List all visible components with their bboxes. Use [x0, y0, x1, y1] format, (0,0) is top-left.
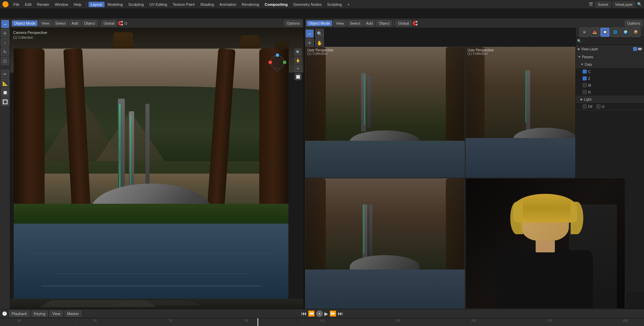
prop-search-icon: 🔍 [577, 39, 581, 43]
right-object-mode[interactable]: Object Mode [306, 20, 332, 26]
light-header[interactable]: ▶ Light [576, 96, 644, 103]
tool-move[interactable]: ↕ [1, 38, 9, 47]
passes-header[interactable]: ▼ Passes [576, 53, 644, 61]
menu-animation[interactable]: Animation [217, 2, 239, 7]
view-menu-timeline[interactable]: View [50, 311, 63, 317]
gizmo-zoom[interactable]: 🔍 [295, 49, 301, 55]
prop-world-icon[interactable]: 🌍 [621, 27, 630, 37]
jump-to-end-btn[interactable]: ⏭ [338, 311, 343, 317]
navigation-gizmo[interactable] [267, 52, 288, 73]
gizmo-frame[interactable]: ⬜ [295, 73, 301, 80]
tool-rotate[interactable]: ↻ [1, 48, 9, 56]
right-add-menu[interactable]: Add [364, 20, 375, 26]
view-layer-selector[interactable]: ViewLayer [613, 1, 635, 8]
menu-file[interactable]: File [11, 2, 22, 7]
channel-c-checkbox[interactable] [583, 70, 587, 74]
menu-edit[interactable]: Edit [23, 2, 34, 7]
menu-window[interactable]: Window [52, 2, 71, 7]
menu-uv-editing[interactable]: UV Editing [147, 2, 169, 7]
proportional-edit[interactable]: ⊙ [124, 21, 128, 26]
sub-viewport-br[interactable] [465, 178, 625, 309]
menu-shading[interactable]: Shading [198, 2, 216, 7]
channel-dif-label: Dif [588, 105, 592, 109]
menu-texture-paint[interactable]: Texture Paint [170, 2, 197, 7]
right-view-menu[interactable]: View [333, 20, 346, 26]
channel-m-checkbox[interactable] [583, 83, 587, 87]
timeline-playhead[interactable] [258, 318, 258, 326]
sub-viewport-tl[interactable]: User Perspective (1) Collection [305, 47, 465, 178]
prop-object-icon[interactable]: 📦 [631, 27, 641, 37]
tool-misc1[interactable]: 🔲 [1, 88, 9, 97]
tool-annotate[interactable]: ✏ [1, 70, 9, 78]
select-menu[interactable]: Select [53, 20, 68, 26]
tool-misc2[interactable]: 🔳 [1, 98, 9, 106]
scene-selector[interactable]: Scene [595, 1, 611, 8]
timeline-ruler: 30 50 70 90 110 130 150 170 190 [0, 318, 644, 326]
object-menu[interactable]: Object [82, 20, 97, 26]
channel-dif-checkbox[interactable] [583, 104, 587, 109]
view-layer-header[interactable]: ▶ View Layer [576, 45, 644, 53]
add-menu[interactable]: Add [69, 20, 81, 26]
menu-compositing[interactable]: Compositing [262, 2, 290, 7]
snap-icon[interactable]: 🧲 [118, 21, 123, 26]
prop-render-icon[interactable]: 🖥 [580, 27, 589, 37]
right-tool-zoom[interactable]: 🔍 [315, 29, 324, 38]
toolbar-sep-1 [99, 21, 99, 26]
left-viewport-area[interactable]: Camera Perspective (1) Collection 🔍 ✋ ↻ … [10, 28, 303, 309]
webcam-feed [466, 178, 625, 309]
data-header[interactable]: ▼ Data [576, 61, 644, 68]
menu-plus[interactable]: + [345, 2, 352, 7]
tool-measure[interactable]: 📐 [1, 79, 9, 87]
search-icon[interactable]: 🔍 [637, 2, 642, 7]
jump-to-start-btn[interactable]: ⏮ [301, 311, 307, 317]
step-forward-btn[interactable]: ⏩ [330, 310, 336, 317]
right-tool-select[interactable]: ↔ [306, 29, 314, 38]
menu-geometry-nodes[interactable]: Geometry Nodes [291, 2, 324, 7]
right-transform-orient[interactable]: Global [396, 20, 412, 26]
timeline-track[interactable]: 30 50 70 90 110 130 150 170 190 [0, 318, 644, 326]
tool-cursor[interactable]: ✛ [1, 29, 9, 37]
view-menu[interactable]: View [39, 20, 52, 26]
object-mode-dropdown[interactable]: Object Mode [12, 20, 38, 26]
channel-n-checkbox[interactable] [583, 90, 587, 94]
options-btn-right[interactable]: Options [625, 20, 643, 26]
menu-rendering[interactable]: Rendering [239, 2, 262, 7]
gizmo-pan[interactable]: ✋ [295, 57, 301, 64]
menu-scripting[interactable]: Scripting [325, 2, 344, 7]
properties-search[interactable]: 🔍 [576, 37, 644, 45]
menu-layout[interactable]: Layout [88, 2, 105, 7]
tick-90: 90 [227, 319, 265, 322]
tick-150: 150 [454, 319, 492, 322]
stop-btn[interactable]: ● [316, 310, 323, 317]
timeline-clock-icon[interactable]: 🕐 [2, 311, 7, 316]
view-layer-checkbox[interactable] [633, 47, 637, 51]
right-tool-cursor[interactable]: ✛ [306, 39, 314, 47]
menu-sculpting[interactable]: Sculpting [126, 2, 146, 7]
channel-z-checkbox[interactable] [583, 76, 587, 80]
right-snap-icon[interactable]: 🧲 [413, 21, 418, 26]
marker-menu[interactable]: Marker [65, 311, 81, 317]
prop-view-layer-icon[interactable]: 🔲 [600, 27, 610, 37]
right-tool-pan[interactable]: ✋ [315, 39, 324, 47]
prop-scene-icon[interactable]: 🌐 [610, 27, 620, 37]
menu-help[interactable]: Help [71, 2, 84, 7]
play-btn[interactable]: ▶ [324, 311, 328, 316]
view-layer-eye[interactable] [638, 48, 642, 50]
options-btn-left[interactable]: Options [284, 20, 302, 26]
left-viewport[interactable]: Object Mode View Select Add Object Globa… [10, 18, 303, 309]
menu-modeling[interactable]: Modeling [105, 2, 126, 7]
channel-u-checkbox[interactable] [596, 104, 600, 109]
gizmo-orbit[interactable]: ↻ [295, 65, 301, 72]
keying-menu[interactable]: Keying [32, 311, 48, 317]
tick-70: 70 [152, 319, 190, 322]
sub-viewport-bl[interactable] [305, 178, 465, 309]
right-select-menu[interactable]: Select [347, 20, 363, 26]
transform-orient[interactable]: Global [101, 20, 117, 26]
tool-scale[interactable]: ⊡ [1, 57, 9, 65]
tool-select[interactable]: ↔ [1, 20, 9, 28]
prop-output-icon[interactable]: 📤 [590, 27, 599, 37]
playback-menu[interactable]: Playback [9, 311, 29, 317]
step-back-btn[interactable]: ⏪ [308, 310, 315, 317]
right-object-menu[interactable]: Object [376, 20, 392, 26]
menu-render[interactable]: Render [35, 2, 52, 7]
